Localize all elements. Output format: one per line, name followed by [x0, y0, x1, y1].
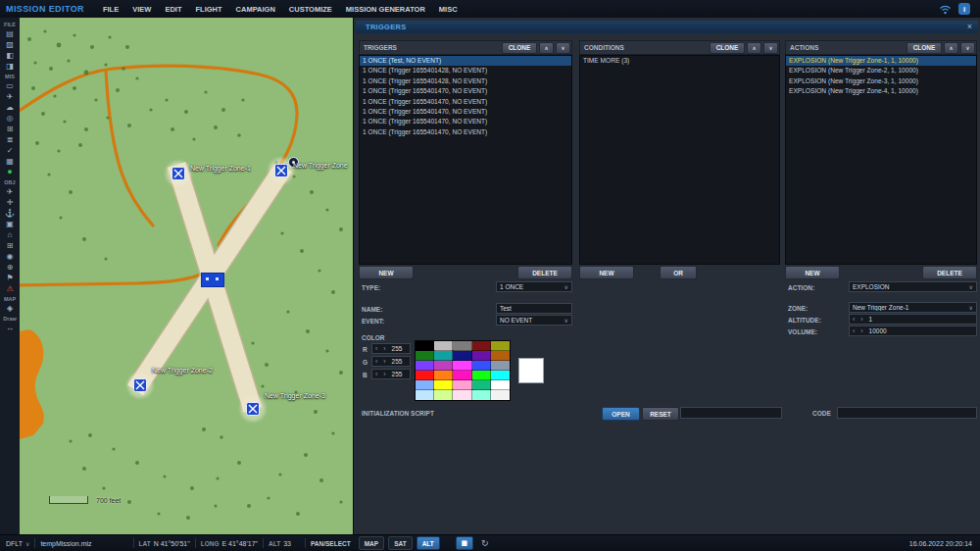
save-mission-icon[interactable]: ◧ [2, 50, 18, 61]
palette-swatch[interactable] [453, 371, 471, 380]
trigger-type-select[interactable]: 1 ONCE ∨ [496, 281, 572, 292]
map-view-button[interactable]: MAP [359, 536, 384, 550]
trigger-event-select[interactable]: NO EVENT ∨ [496, 315, 572, 326]
move-condition-up-button[interactable]: ∧ [747, 42, 761, 54]
action-type-select[interactable]: EXPLOSION ∨ [849, 281, 977, 292]
trigger-list-item[interactable]: 1 ONCE (Trigger 1655401470, NO EVENT) [360, 127, 571, 137]
goals-icon[interactable]: ◎ [2, 113, 18, 124]
trigger-list-item[interactable]: 1 ONCE (Trigger 1655401470, NO EVENT) [360, 107, 571, 117]
move-action-up-button[interactable]: ∧ [944, 42, 958, 54]
menu-flight[interactable]: FLIGHT [188, 5, 228, 14]
palette-swatch[interactable] [491, 341, 510, 351]
info-icon[interactable]: i [958, 3, 970, 15]
action-list-item[interactable]: EXPLOSION (New Trigger Zone-4, 1, 10000) [786, 86, 976, 96]
palette-swatch[interactable] [491, 351, 510, 361]
move-trigger-up-button[interactable]: ∧ [539, 42, 554, 54]
trigger-zone-marker-3[interactable]: New Trigger Zone-3 [242, 398, 264, 420]
menu-edit[interactable]: EDIT [158, 5, 188, 14]
stepper-arrows-icon[interactable]: ‹ › [853, 316, 865, 323]
palette-swatch[interactable] [472, 361, 491, 371]
palette-swatch[interactable] [416, 341, 434, 351]
weather-icon[interactable]: ☁ [2, 102, 18, 113]
script-code-field[interactable] [837, 407, 977, 419]
altitude-stepper[interactable]: ‹ › 1 [849, 314, 977, 325]
new-mission-icon[interactable]: ▤ [2, 28, 18, 39]
new-action-button[interactable]: NEW [785, 266, 840, 279]
new-condition-button[interactable]: NEW [579, 266, 634, 279]
console-panel-icon[interactable]: ▦ [456, 536, 473, 550]
blue-stepper[interactable]: ‹ › 255 [371, 369, 411, 379]
clone-action-button[interactable]: CLONE [906, 42, 942, 54]
helicopter-group-icon[interactable]: ✛ [2, 197, 18, 208]
briefing-icon[interactable]: ▭ [2, 80, 18, 91]
palette-swatch[interactable] [472, 371, 491, 380]
palette-swatch[interactable] [453, 380, 471, 390]
trigger-zone-marker-4[interactable]: New Trigger Zone [270, 160, 292, 181]
move-trigger-down-button[interactable]: ∨ [556, 42, 570, 54]
palette-swatch[interactable] [416, 390, 434, 400]
static-object-icon[interactable]: ⌂ [2, 229, 18, 240]
open-mission-icon[interactable]: ▨ [2, 39, 18, 50]
trigger-zone-marker-1[interactable]: New Trigger Zone-1 [168, 163, 189, 184]
palette-swatch[interactable] [434, 341, 453, 351]
grid-icon[interactable]: ▦ [2, 156, 18, 167]
delete-action-button[interactable]: DELETE [922, 266, 977, 279]
stepper-arrows-icon[interactable]: ‹ › [375, 345, 388, 352]
palette-swatch[interactable] [453, 351, 471, 361]
alt-view-button[interactable]: ALT [416, 536, 440, 550]
volume-stepper[interactable]: ‹ › 10000 [849, 326, 977, 336]
trigger-list-item[interactable]: 1 ONCE (Trigger 1655401428, NO EVENT) [360, 66, 571, 75]
airplane-group-icon[interactable]: ✈ [2, 186, 18, 197]
open-script-button[interactable]: OPEN [602, 407, 640, 421]
palette-swatch[interactable] [416, 380, 434, 390]
map-canvas[interactable]: New Trigger Zone-1 New Trigger Zone New … [20, 18, 353, 535]
move-condition-down-button[interactable]: ∨ [763, 42, 778, 54]
flag-icon[interactable]: ⚑ [2, 273, 18, 283]
move-action-down-button[interactable]: ∨ [960, 42, 975, 54]
conditions-list[interactable]: TIME MORE (3) [579, 55, 780, 265]
palette-swatch[interactable] [434, 371, 453, 380]
palette-swatch[interactable] [491, 390, 510, 400]
refresh-icon[interactable]: ↻ [481, 538, 489, 548]
palette-swatch[interactable] [453, 390, 471, 400]
palette-swatch[interactable] [491, 371, 510, 380]
action-zone-select[interactable]: New Trigger Zone-1 ∨ [849, 302, 977, 313]
menu-misc[interactable]: MISC [432, 5, 465, 14]
save-as-icon[interactable]: ◨ [2, 61, 18, 72]
reset-script-button[interactable]: RESET [642, 407, 679, 421]
action-list-item[interactable]: EXPLOSION (New Trigger Zone-2, 1, 10000) [786, 66, 976, 75]
palette-swatch[interactable] [434, 351, 453, 361]
ship-group-icon[interactable]: ⚓ [2, 208, 18, 219]
stepper-arrows-icon[interactable]: ‹ › [375, 358, 388, 365]
trigger-list-item[interactable]: 1 ONCE (Trigger 1655401470, NO EVENT) [360, 86, 571, 96]
check-icon[interactable]: ✓ [2, 145, 18, 156]
palette-swatch[interactable] [491, 361, 510, 371]
ruler-icon[interactable]: ↔ [2, 323, 18, 333]
action-list-item[interactable]: EXPLOSION (New Trigger Zone-3, 1, 10000) [786, 76, 976, 86]
rules-icon[interactable]: ⊞ [2, 124, 18, 134]
vehicle-group-icon[interactable]: ▣ [2, 219, 18, 229]
lists-icon[interactable]: ≣ [2, 134, 18, 145]
map-object-bridge[interactable] [201, 273, 224, 287]
menu-customize[interactable]: CUSTOMIZE [282, 5, 339, 14]
palette-swatch[interactable] [472, 380, 491, 390]
trigger-list-item[interactable]: 1 ONCE (Test, NO EVENT) [360, 56, 571, 66]
palette-swatch[interactable] [491, 380, 510, 390]
action-list-item[interactable]: EXPLOSION (New Trigger Zone-1, 1, 10000) [786, 56, 976, 66]
trigger-name-field[interactable] [496, 303, 572, 314]
map-layers-icon[interactable]: ◈ [2, 303, 18, 314]
palette-swatch[interactable] [472, 351, 491, 361]
palette-swatch[interactable] [434, 380, 453, 390]
stepper-arrows-icon[interactable]: ‹ › [853, 327, 865, 334]
menu-campaign[interactable]: CAMPAIGN [229, 5, 282, 14]
stepper-arrows-icon[interactable]: ‹ › [375, 371, 388, 377]
palette-swatch[interactable] [472, 341, 491, 351]
draw-tool-label[interactable]: Draw [3, 316, 16, 322]
template-icon[interactable]: ⊞ [2, 240, 18, 251]
palette-swatch[interactable] [416, 361, 434, 371]
trigger-zone-marker-2[interactable]: New Trigger Zone-2 [129, 375, 151, 396]
payload-icon[interactable]: ✈ [2, 91, 18, 102]
globe-icon[interactable]: ● [2, 167, 18, 177]
palette-swatch[interactable] [416, 351, 434, 361]
new-trigger-button[interactable]: NEW [359, 266, 414, 279]
